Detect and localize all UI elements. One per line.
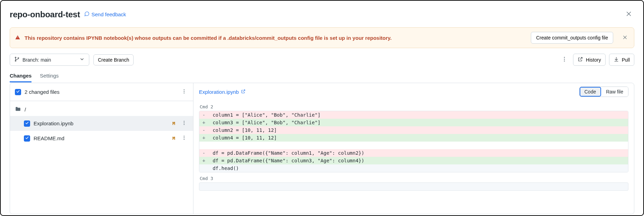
file-checkbox[interactable] bbox=[24, 120, 30, 127]
diff-line: - column1 = ["Alice", "Bob", "Charlie"] bbox=[199, 111, 628, 119]
svg-point-14 bbox=[184, 121, 184, 122]
history-label: History bbox=[586, 57, 601, 63]
warning-icon bbox=[15, 35, 20, 41]
kebab-icon bbox=[181, 136, 187, 142]
file-status-badge: M bbox=[172, 121, 176, 126]
diff-line: df.head() bbox=[199, 164, 628, 172]
view-mode-code[interactable]: Code bbox=[580, 87, 601, 97]
external-link-icon bbox=[241, 89, 246, 95]
diff-line: + column4 = [10, 11, 12] bbox=[199, 134, 628, 142]
create-branch-button[interactable]: Create Branch bbox=[93, 54, 134, 65]
close-icon bbox=[622, 36, 628, 41]
file-status-badge: M bbox=[172, 136, 176, 141]
svg-point-9 bbox=[564, 61, 565, 62]
svg-point-11 bbox=[184, 89, 184, 90]
svg-point-15 bbox=[184, 123, 184, 123]
kebab-icon bbox=[181, 122, 187, 127]
svg-point-6 bbox=[18, 57, 19, 58]
commit-outputs-banner: This repository contains IPYNB notebook(… bbox=[10, 27, 634, 48]
close-icon bbox=[625, 13, 632, 18]
diff-block: - column1 = ["Alice", "Bob", "Charlie"]+… bbox=[199, 111, 628, 172]
more-actions-button[interactable] bbox=[559, 54, 570, 65]
send-feedback-link[interactable]: Send feedback bbox=[84, 11, 126, 18]
external-link-icon bbox=[578, 56, 583, 63]
svg-point-5 bbox=[15, 60, 16, 61]
close-dialog-button[interactable] bbox=[623, 8, 634, 20]
svg-point-4 bbox=[15, 57, 16, 58]
check-icon bbox=[25, 121, 29, 126]
kebab-icon bbox=[561, 58, 568, 63]
svg-point-7 bbox=[564, 57, 565, 58]
file-row[interactable]: README.md M bbox=[10, 131, 193, 146]
svg-point-18 bbox=[184, 137, 184, 138]
tab-changes[interactable]: Changes bbox=[10, 73, 31, 82]
diff-line: - column2 = [10, 11, 12] bbox=[199, 126, 628, 134]
folder-icon bbox=[15, 106, 21, 113]
main-panel: 2 changed files / Exploration.ipynb M RE… bbox=[10, 83, 634, 214]
cell-label: Cmd 2 bbox=[200, 104, 628, 109]
tab-settings[interactable]: Settings bbox=[40, 73, 58, 82]
view-mode-raw[interactable]: Raw file bbox=[601, 87, 628, 97]
svg-point-19 bbox=[184, 139, 184, 140]
cell-label: Cmd 3 bbox=[200, 176, 628, 181]
pull-label: Pull bbox=[622, 57, 630, 63]
tree-root-label: / bbox=[25, 107, 188, 112]
check-icon bbox=[25, 136, 29, 141]
banner-text: This repository contains IPYNB notebook(… bbox=[25, 35, 527, 41]
file-checkbox[interactable] bbox=[24, 135, 30, 142]
diff-content: Exploration.ipynb Code Raw file Cmd 2- c… bbox=[193, 83, 634, 214]
file-more-button[interactable] bbox=[180, 119, 188, 128]
banner-dismiss-button[interactable] bbox=[621, 33, 629, 43]
create-config-button[interactable]: Create commit_outputs config file bbox=[531, 32, 613, 44]
history-button[interactable]: History bbox=[573, 54, 606, 66]
file-row[interactable]: Exploration.ipynb M bbox=[10, 116, 193, 131]
git-branch-icon bbox=[14, 56, 20, 63]
page-title: repo-onboard-test bbox=[10, 10, 80, 19]
comment-icon bbox=[84, 11, 90, 18]
create-branch-label: Create Branch bbox=[98, 57, 129, 63]
diff-line: + column3 = ["Alice", "Bob", "Charlie"] bbox=[199, 119, 628, 126]
file-tree: / Exploration.ipynb M README.md M bbox=[10, 101, 193, 146]
feedback-label: Send feedback bbox=[91, 11, 126, 17]
open-file-link[interactable]: Exploration.ipynb bbox=[199, 89, 246, 95]
download-icon bbox=[614, 56, 619, 63]
file-name-label: Exploration.ipynb bbox=[199, 89, 239, 95]
changes-sidebar: 2 changed files / Exploration.ipynb M RE… bbox=[10, 83, 193, 214]
diff-block-empty bbox=[199, 182, 628, 191]
diff-line bbox=[199, 142, 628, 149]
tree-root[interactable]: / bbox=[10, 103, 193, 116]
branch-label: Branch: main bbox=[22, 57, 51, 63]
diff-line: + df = pd.DataFrame({"Name": column3, "A… bbox=[199, 157, 628, 164]
svg-point-16 bbox=[184, 124, 184, 125]
svg-point-8 bbox=[564, 59, 565, 60]
file-name: Exploration.ipynb bbox=[34, 120, 169, 126]
svg-point-13 bbox=[184, 92, 184, 93]
file-more-button[interactable] bbox=[180, 134, 188, 143]
pull-button[interactable]: Pull bbox=[609, 54, 634, 66]
branch-selector[interactable]: Branch: main bbox=[10, 54, 89, 66]
file-name: README.md bbox=[34, 135, 169, 141]
diff-line: - df = pd.DataFrame({"Name": column1, "A… bbox=[199, 149, 628, 157]
svg-point-17 bbox=[184, 136, 184, 136]
kebab-icon bbox=[181, 90, 187, 95]
view-mode-toggle: Code Raw file bbox=[579, 87, 628, 97]
svg-point-12 bbox=[184, 91, 184, 92]
tabs: Changes Settings bbox=[10, 73, 634, 83]
check-icon bbox=[16, 89, 20, 94]
select-all-checkbox[interactable] bbox=[15, 89, 21, 95]
sidebar-more-button[interactable] bbox=[180, 87, 188, 97]
chevron-down-icon bbox=[79, 56, 85, 63]
changed-files-summary: 2 changed files bbox=[25, 89, 176, 95]
